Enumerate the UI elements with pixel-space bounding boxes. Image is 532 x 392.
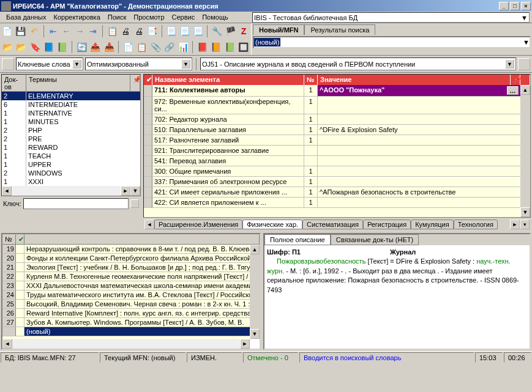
tb-z[interactable]: Z [238, 24, 250, 38]
ws-button[interactable] [518, 58, 530, 70]
term-row[interactable]: 2PRE [2, 135, 140, 143]
brief-col-check[interactable]: ✔ [16, 234, 24, 245]
term-row[interactable]: 1UPPER [2, 160, 140, 169]
key-go-icon[interactable] [130, 199, 139, 208]
tb-print2[interactable]: 🖨 [133, 24, 145, 38]
tb2-10[interactable]: 📋 [136, 40, 148, 54]
terms-pin-icon[interactable]: 📌 [130, 75, 140, 92]
tabs-prev[interactable]: ◄ [144, 220, 154, 229]
dots-button[interactable]: ... [507, 86, 519, 95]
terms-col-count[interactable]: Док-ов [2, 75, 26, 92]
mtab-phys[interactable]: Физические хар. [242, 220, 302, 229]
tab-new-mfn[interactable]: Новый/MFN [253, 24, 304, 35]
mtab-ext[interactable]: Расширенное.Изменения [154, 220, 242, 229]
term-row[interactable]: 1REWARD [2, 143, 140, 152]
scroll-right-icon[interactable]: ► [240, 339, 250, 349]
keywords-combo[interactable]: Ключевые слова▼ [16, 57, 83, 70]
scroll-down-icon[interactable]: ▼ [250, 329, 260, 339]
tb2-14[interactable]: 📕 [196, 40, 208, 54]
menu-correction[interactable]: Корректировка [50, 13, 104, 21]
ftab-linked[interactable]: Связанные док-ты (НЕТ) [331, 234, 419, 245]
tb-first[interactable]: ⇤ [47, 24, 59, 38]
elem-col-value[interactable]: Значение [318, 75, 511, 85]
menu-database[interactable]: База данных [2, 13, 50, 21]
tb-doc3[interactable]: 📃 [192, 24, 204, 38]
brief-row[interactable]: 24Труды математического института им. В.… [2, 290, 250, 300]
brief-row[interactable]: 21Экология [Текст] : учебник / В. Н. Бол… [2, 263, 250, 272]
terms-col-term[interactable]: Термины [26, 75, 130, 92]
element-row[interactable]: 422: СИ является приложением к ...1 [144, 198, 520, 208]
elem-scrollbar[interactable]: ▲ ▼ [520, 85, 530, 217]
brief-scrollbar-v[interactable]: ▲ ▼ [250, 245, 260, 339]
tb2-5[interactable]: 📗 [56, 40, 69, 54]
tb2-11[interactable]: 📎 [149, 40, 162, 54]
scroll-down-icon[interactable]: ▼ [130, 186, 140, 196]
tb-new[interactable]: 📄 [1, 24, 13, 38]
scroll-down-icon[interactable]: ▼ [520, 207, 530, 217]
tb-save[interactable]: 💾 [15, 24, 27, 38]
tb2-13[interactable]: 📊 [177, 40, 189, 54]
menu-search[interactable]: Поиск [104, 13, 130, 21]
term-row[interactable]: 1MINUTES [2, 117, 140, 126]
tb-next[interactable]: → [73, 24, 86, 38]
brief-row[interactable]: 23XXXI Дальневосточная математическая шк… [2, 281, 250, 290]
tb2-16[interactable]: 📗 [223, 40, 236, 54]
brief-row[interactable]: 20Фонды и коллекции Санкт-Петербургского… [2, 254, 250, 263]
scroll-left-icon[interactable]: ◄ [2, 339, 12, 349]
term-row[interactable]: 1INTERNATIVE [2, 109, 140, 117]
brief-row[interactable]: 25Высоцкий, Владимир Семенович. Черная с… [2, 300, 250, 309]
element-row[interactable]: 702: Редактор журнала1 [144, 114, 520, 125]
tb-doc1[interactable]: 📃 [165, 24, 178, 38]
tb-prev[interactable]: ← [61, 24, 73, 38]
tb2-7[interactable]: 📤 [89, 40, 101, 54]
menu-help[interactable]: Помощь [198, 13, 232, 21]
dropdown-icon[interactable]: ▼ [523, 39, 530, 46]
tb2-1[interactable]: 📂 [1, 40, 13, 54]
tb-print1[interactable]: 🖨 [119, 24, 132, 38]
element-row[interactable]: 337: Примечания об электронном ресурсе1 [144, 177, 520, 187]
term-row[interactable]: 1TEACH [2, 152, 140, 160]
element-row[interactable]: 921: Транслитерированное заглавие [144, 146, 520, 156]
tabs-more[interactable]: ▾ [520, 220, 530, 229]
tb-copy[interactable]: 📋 [106, 24, 118, 38]
element-row[interactable]: 541: Перевод заглавия [144, 156, 520, 166]
brief-col-desc[interactable] [24, 234, 260, 245]
maximize-button[interactable]: □ [510, 2, 520, 10]
term-row[interactable]: 2WINDOWS [2, 169, 140, 177]
scroll-left-icon[interactable]: ◄ [2, 186, 12, 196]
scroll-right-icon[interactable]: ► [121, 186, 130, 196]
elem-pin-icon[interactable]: 📌 [511, 75, 520, 85]
brief-row[interactable]: (новый) [2, 327, 250, 336]
element-row[interactable]: 421: СИ имеет сериальные приложения ...1… [144, 187, 520, 198]
term-row[interactable]: 2ELEMENTARY [2, 92, 140, 100]
tb2-9[interactable]: 📄 [122, 40, 134, 54]
mtab-reg[interactable]: Регистрация [363, 220, 411, 229]
tb2-3[interactable]: 🔖 [29, 40, 41, 54]
element-row[interactable]: 300: Общие примечания1 [144, 166, 520, 177]
elem-col-num[interactable]: № [304, 75, 318, 85]
term-row[interactable]: 2PHP [2, 126, 140, 135]
mtab-sys[interactable]: Систематизация [302, 220, 363, 229]
close-button[interactable]: × [521, 2, 531, 10]
element-row[interactable]: 972: Временные коллективы(конференция, с… [144, 97, 520, 114]
mtab-tech[interactable]: Технология [454, 220, 498, 229]
brief-col-num[interactable]: № [2, 234, 16, 245]
scroll-up-icon[interactable]: ▲ [520, 85, 530, 95]
tb2-12[interactable]: 🔗 [163, 40, 175, 54]
ftab-full[interactable]: Полное описание [264, 234, 331, 245]
brief-row[interactable]: 22Курленя М.В. Техногенные геомеханическ… [2, 272, 250, 281]
tb2-15[interactable]: 📙 [210, 40, 222, 54]
mfn-entry[interactable]: (новый) ▼ [253, 36, 531, 48]
tb-undo[interactable]: ↶ [28, 24, 40, 38]
mtab-cum[interactable]: Кумуляция [411, 220, 454, 229]
tb2-6[interactable]: 🔄 [75, 40, 88, 54]
dict-button[interactable] [2, 58, 14, 70]
tb2-17[interactable]: 🔲 [238, 40, 250, 54]
minimize-button[interactable]: _ [499, 2, 509, 10]
menu-service[interactable]: Сервис [168, 13, 199, 21]
tb-tool1[interactable]: 🔧 [211, 24, 223, 38]
brief-row[interactable]: 19Неразрушающий контроль : справочник в … [2, 245, 250, 254]
element-row[interactable]: 510: Параллельные заглавия1^DFire & Expl… [144, 125, 520, 135]
worksheet-combo[interactable]: OJ51 - Описание журнала и ввод сведений … [200, 57, 516, 70]
scroll-up-icon[interactable]: ▲ [250, 245, 260, 254]
